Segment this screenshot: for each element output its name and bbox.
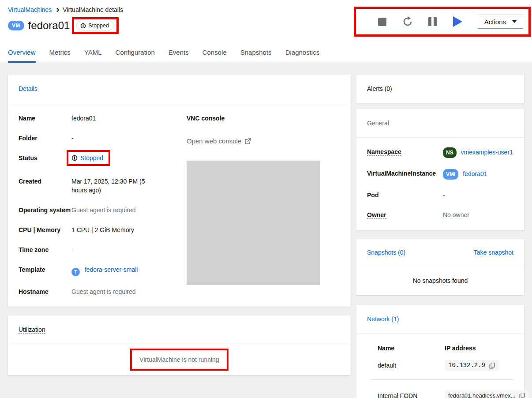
external-link-icon [244, 138, 251, 145]
details-list: Name fedora01 Folder - Status [19, 114, 179, 296]
details-status-link[interactable]: Stopped [80, 154, 103, 162]
tab-events[interactable]: Events [169, 44, 189, 63]
general-row-namespace: Namespace NS vmexamples-user1 [367, 147, 513, 158]
take-snapshot-link[interactable]: Take snapshot [474, 249, 513, 256]
network-title-link[interactable]: Network (1) [367, 315, 399, 323]
details-title-link[interactable]: Details [19, 85, 37, 92]
breadcrumb-current: VirtualMachine details [63, 6, 123, 13]
utilization-card: Utilization VirtualMachine is not runnin… [8, 315, 351, 375]
owner-label[interactable]: Owner [367, 211, 386, 219]
template-link[interactable]: fedora-server-small [85, 266, 138, 273]
annotation-box-header-status: Stopped [72, 17, 119, 34]
vm-kind-badge: VM [8, 21, 24, 30]
tabs-bar: Overview Metrics YAML Configuration Even… [0, 44, 532, 63]
detail-row-cpu-memory: CPU | Memory 1 CPU | 2 GiB Memory [19, 225, 179, 234]
copy-ip-button[interactable] [489, 362, 495, 369]
right-column: Alerts (0) General Namespace NS vmexampl… [356, 75, 524, 398]
tab-overview[interactable]: Overview [8, 44, 36, 63]
tab-diagnostics[interactable]: Diagnostics [285, 44, 320, 63]
stop-icon [378, 18, 386, 26]
network-card: Network (1) Name IP address default 10.1… [356, 305, 524, 398]
owner-value: No owner [443, 210, 513, 219]
detail-row-os: Operating system Guest agent is required [19, 206, 179, 214]
page-header: VirtualMachines VirtualMachine details V… [0, 0, 532, 44]
pause-icon [428, 17, 437, 26]
network-interface-row: default 10.132.2.9 [378, 360, 513, 371]
vnc-preview-placeholder[interactable] [187, 161, 320, 285]
pod-value: - [443, 191, 513, 199]
chevron-down-icon [512, 20, 517, 23]
restart-vm-button[interactable] [402, 16, 413, 27]
general-title: General [367, 120, 389, 127]
play-icon [453, 16, 462, 27]
internal-fqdn-label: Internal FQDN [378, 392, 445, 398]
general-row-pod: Pod - [367, 191, 513, 199]
detail-row-folder: Folder - [19, 134, 179, 143]
left-column: Details Name fedora01 Folder - Status [8, 75, 351, 375]
namespace-badge: NS [443, 147, 457, 158]
vm-status-badge[interactable]: Stopped [76, 21, 114, 30]
vmi-badge: VMI [443, 169, 458, 180]
copy-icon [489, 362, 495, 369]
pod-label: Pod [367, 191, 443, 199]
interface-name-link[interactable]: default [378, 362, 396, 369]
tab-configuration[interactable]: Configuration [116, 44, 155, 63]
vm-status-badge-label: Stopped [88, 23, 109, 29]
pause-vm-button[interactable] [427, 16, 438, 27]
tab-metrics[interactable]: Metrics [49, 44, 71, 63]
namespace-link[interactable]: vmexamples-user1 [461, 149, 513, 156]
template-badge: T [71, 268, 80, 276]
namespace-label[interactable]: Namespace [367, 148, 401, 156]
network-table-header: Name IP address [378, 344, 513, 352]
copy-icon [519, 392, 525, 398]
stop-vm-button[interactable] [377, 16, 388, 27]
detail-row-timezone: Time zone - [19, 245, 179, 254]
breadcrumb-virtualmachines-link[interactable]: VirtualMachines [8, 6, 52, 13]
annotation-box-not-running: VirtualMachine is not running [130, 349, 228, 371]
vnc-console-section: VNC console Open web console [179, 114, 340, 296]
internal-fqdn-row: Internal FQDN fedora01.headless.vmex... [378, 390, 513, 398]
copy-fqdn-button[interactable] [519, 392, 525, 398]
internal-fqdn-value: fedora01.headless.vmex... [448, 392, 515, 398]
off-icon [71, 155, 78, 161]
breadcrumb-chevron-icon [55, 8, 60, 12]
snapshots-card: Snapshots (0) Take snapshot No snapshots… [356, 239, 524, 295]
network-name-header: Name [378, 344, 445, 352]
alerts-title[interactable]: Alerts (0) [367, 85, 392, 92]
tab-yaml[interactable]: YAML [84, 44, 102, 63]
page-title: fedora01 [28, 19, 70, 32]
off-icon [80, 23, 86, 29]
vm-not-running-message: VirtualMachine is not running [139, 356, 219, 363]
overview-content: Details Name fedora01 Folder - Status [0, 63, 532, 398]
detail-row-template: Template T fedora-server-small [19, 265, 179, 276]
vmi-label: VirtualMachineInstance [367, 169, 443, 180]
detail-row-created: Created Mar 17, 2025, 12:30 PM (5 hours … [19, 177, 179, 195]
tab-console[interactable]: Console [202, 44, 227, 63]
vnc-console-title: VNC console [187, 114, 340, 123]
detail-row-status: Status Stopped [19, 154, 179, 166]
alerts-card: Alerts (0) [356, 75, 524, 103]
general-row-vmi: VirtualMachineInstance VMI fedora01 [367, 169, 513, 180]
snapshots-title-link[interactable]: Snapshots (0) [367, 249, 405, 256]
restart-icon [402, 16, 413, 27]
start-vm-button[interactable] [453, 16, 463, 27]
tab-snapshots[interactable]: Snapshots [240, 44, 272, 63]
annotation-box-details-status: Stopped [67, 150, 110, 166]
ip-address-value: 10.132.2.9 [448, 362, 485, 369]
detail-row-name: Name fedora01 [19, 114, 179, 123]
vmi-link[interactable]: fedora01 [463, 170, 487, 177]
details-card: Details Name fedora01 Folder - Status [8, 75, 351, 307]
actions-dropdown-label: Actions [484, 18, 506, 26]
open-web-console-link[interactable]: Open web console [187, 137, 251, 145]
annotation-box-actions-toolbar: Actions [354, 7, 531, 37]
network-ip-header: IP address [445, 344, 476, 352]
divider [371, 379, 513, 380]
general-row-owner: Owner No owner [367, 210, 513, 219]
general-card: General Namespace NS vmexamples-user1 Vi… [356, 109, 524, 230]
detail-row-hostname: Hostname Guest agent is required [19, 287, 179, 296]
actions-dropdown-button[interactable]: Actions [478, 15, 523, 29]
utilization-title[interactable]: Utilization [19, 326, 45, 334]
no-snapshots-message: No snapshots found [413, 277, 468, 284]
